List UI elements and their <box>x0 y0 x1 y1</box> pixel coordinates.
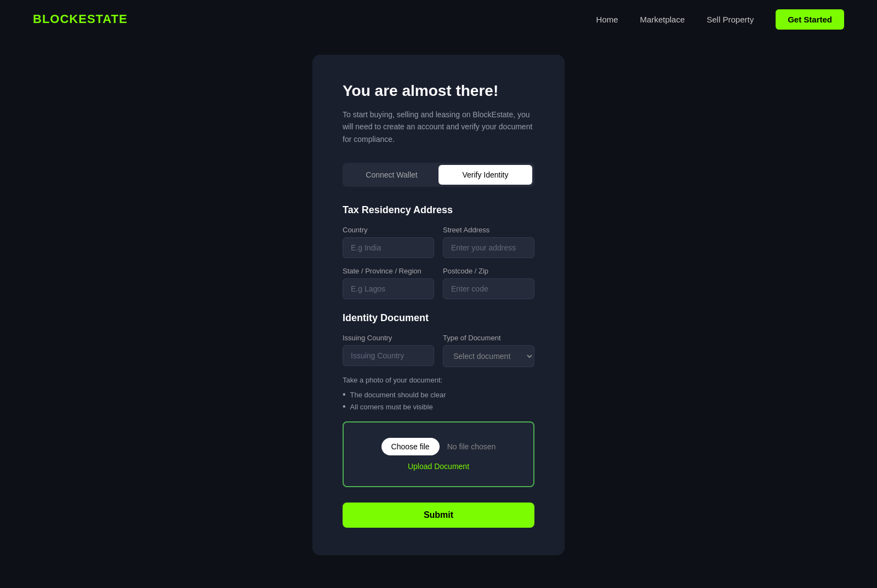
navbar: BLOCKESTATE Home Marketplace Sell Proper… <box>0 0 877 38</box>
card-title: You are almost there! <box>343 82 534 100</box>
main-container: You are almost there! To start buying, s… <box>0 38 877 588</box>
instructions-list: The document should be clear All corners… <box>343 389 534 413</box>
choose-file-button[interactable]: Choose file <box>381 438 440 455</box>
nav-home[interactable]: Home <box>596 15 618 24</box>
tabs-container: Connect Wallet Verify Identity <box>343 163 534 187</box>
issuing-country-input[interactable] <box>343 345 434 366</box>
tab-connect-wallet[interactable]: Connect Wallet <box>345 165 438 185</box>
upload-document-link[interactable]: Upload Document <box>408 462 469 471</box>
file-upload-box: Choose file No file chosen Upload Docume… <box>343 421 534 487</box>
verification-card: You are almost there! To start buying, s… <box>312 55 565 555</box>
get-started-button[interactable]: Get Started <box>776 9 844 30</box>
address-row-1: Country Street Address <box>343 226 534 258</box>
nav-sell-property[interactable]: Sell Property <box>707 15 754 24</box>
nav-links: Home Marketplace Sell Property Get Start… <box>596 9 844 30</box>
state-input[interactable] <box>343 278 434 299</box>
tax-residency-section: Tax Residency Address Country Street Add… <box>343 204 534 299</box>
instruction-item-2: All corners must be visible <box>343 401 534 413</box>
country-group: Country <box>343 226 434 258</box>
identity-row-1: Issuing Country Type of Document Select … <box>343 334 534 367</box>
issuing-country-group: Issuing Country <box>343 334 434 367</box>
tab-verify-identity[interactable]: Verify Identity <box>438 165 532 185</box>
photo-instructions-title: Take a photo of your document: <box>343 376 534 384</box>
postcode-group: Postcode / Zip <box>443 267 534 299</box>
doc-type-select[interactable]: Select document Passport National ID Dri… <box>443 345 534 367</box>
address-row-2: State / Province / Region Postcode / Zip <box>343 267 534 299</box>
postcode-label: Postcode / Zip <box>443 267 534 275</box>
country-input[interactable] <box>343 237 434 258</box>
submit-container: Submit <box>343 503 534 528</box>
country-label: Country <box>343 226 434 234</box>
identity-section: Identity Document Issuing Country Type o… <box>343 312 534 487</box>
file-upload-row: Choose file No file chosen <box>381 438 496 455</box>
street-address-input[interactable] <box>443 237 534 258</box>
state-group: State / Province / Region <box>343 267 434 299</box>
submit-button[interactable]: Submit <box>343 503 534 528</box>
tax-section-title: Tax Residency Address <box>343 204 534 216</box>
card-description: To start buying, selling and leasing on … <box>343 109 534 145</box>
state-label: State / Province / Region <box>343 267 434 275</box>
nav-marketplace[interactable]: Marketplace <box>640 15 685 24</box>
street-address-label: Street Address <box>443 226 534 234</box>
instruction-item-1: The document should be clear <box>343 389 534 401</box>
doc-type-label: Type of Document <box>443 334 534 342</box>
postcode-input[interactable] <box>443 278 534 299</box>
no-file-text: No file chosen <box>447 442 496 451</box>
street-address-group: Street Address <box>443 226 534 258</box>
issuing-country-label: Issuing Country <box>343 334 434 342</box>
doc-type-group: Type of Document Select document Passpor… <box>443 334 534 367</box>
brand-logo: BLOCKESTATE <box>33 12 128 26</box>
identity-section-title: Identity Document <box>343 312 534 324</box>
